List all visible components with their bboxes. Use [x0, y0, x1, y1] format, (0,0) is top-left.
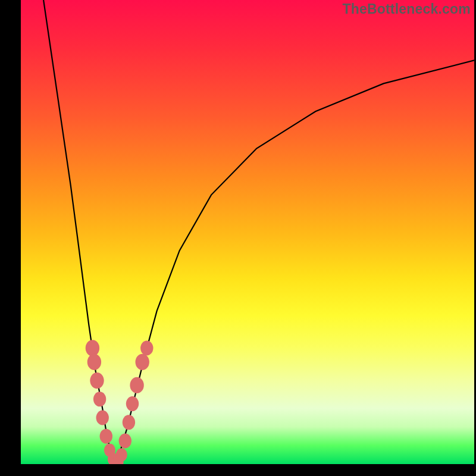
bead-marker — [90, 372, 104, 389]
bead-marker — [87, 354, 101, 370]
bead-marker — [136, 354, 149, 370]
curve-left-branch — [43, 0, 116, 464]
bead-marker — [140, 341, 153, 356]
bead-marker — [119, 434, 131, 449]
bead-group — [86, 340, 154, 464]
bead-marker — [100, 429, 112, 444]
chart-frame: TheBottleneck.com — [0, 0, 476, 476]
plot-area: TheBottleneck.com — [21, 0, 474, 464]
bead-marker — [116, 448, 127, 461]
bead-marker — [86, 340, 99, 356]
bead-marker — [93, 392, 106, 406]
bead-marker — [123, 415, 135, 430]
bead-marker — [96, 411, 109, 425]
chart-svg — [21, 0, 474, 464]
bead-marker — [130, 377, 143, 393]
curve-right-branch — [116, 60, 474, 464]
bead-marker — [126, 396, 139, 411]
